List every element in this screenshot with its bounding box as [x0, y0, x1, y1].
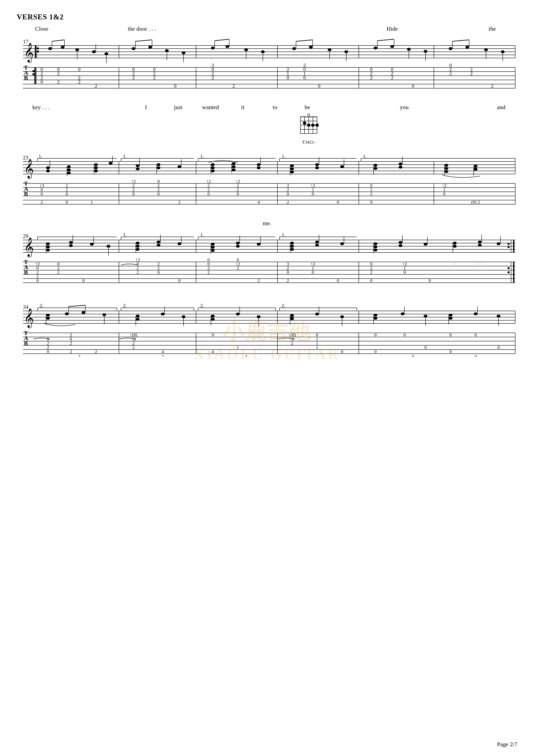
svg-text:·: ·	[479, 261, 480, 266]
svg-point-313	[157, 241, 160, 244]
svg-point-184	[232, 168, 235, 171]
svg-text:1: 1	[91, 200, 93, 205]
svg-text:4: 4	[245, 354, 247, 357]
svg-point-145	[315, 123, 319, 127]
svg-point-337	[374, 245, 377, 248]
music-section-3: me. 𝄞 29	[17, 220, 517, 286]
treble-clef-4: 𝄞	[24, 309, 34, 328]
svg-point-67	[484, 48, 488, 51]
svg-point-7	[37, 47, 39, 49]
svg-text:2: 2	[287, 200, 289, 205]
standard-staff-lines: 𝄞 17	[23, 39, 515, 63]
svg-point-493	[497, 315, 500, 318]
svg-text:0: 0	[370, 200, 373, 205]
svg-point-327	[290, 242, 294, 245]
svg-text:2: 2	[491, 83, 494, 89]
svg-text:2: 2	[291, 340, 293, 346]
svg-point-179	[211, 166, 215, 169]
tab-staff-lines-1: T A B	[23, 62, 515, 89]
svg-point-189	[290, 164, 294, 167]
chord-diagram-svg	[296, 113, 321, 138]
svg-point-296	[508, 243, 510, 245]
svg-point-299	[46, 245, 50, 248]
svg-point-451	[46, 317, 50, 320]
svg-point-162	[67, 172, 71, 175]
lyric-the: the	[467, 25, 517, 32]
music-section-4: 𝄞 34 2. 2	[17, 298, 517, 357]
svg-text:1.: 1.	[281, 153, 285, 159]
svg-text:2.: 2.	[281, 303, 285, 308]
svg-text:0: 0	[132, 191, 135, 196]
svg-point-479	[340, 315, 344, 318]
svg-text:2: 2	[78, 354, 81, 357]
volta-brackets-row2: 1. 1. 1. 1. 1.	[38, 153, 515, 161]
svg-text:0: 0	[497, 345, 500, 350]
svg-point-309	[136, 242, 140, 245]
svg-point-198	[374, 164, 377, 167]
svg-text:4: 4	[212, 349, 214, 354]
svg-point-202	[399, 166, 402, 169]
svg-point-176	[177, 165, 181, 168]
svg-text:2: 2	[41, 200, 43, 205]
svg-text:0: 0	[412, 83, 414, 89]
lyric-just: just	[162, 104, 195, 111]
svg-text:0: 0	[474, 354, 477, 357]
svg-text:2: 2	[57, 270, 60, 275]
svg-point-349	[478, 244, 482, 247]
svg-point-144	[311, 123, 314, 127]
svg-text:1.: 1.	[363, 153, 367, 159]
svg-text:0: 0	[66, 200, 68, 205]
staff-row2: 𝄞 23	[17, 149, 517, 207]
svg-point-160	[67, 165, 71, 168]
svg-text:0: 0	[404, 332, 406, 338]
svg-text:0: 0	[178, 278, 181, 283]
svg-point-208	[474, 165, 477, 168]
svg-text:0: 0	[374, 332, 377, 338]
lyric-wanted: wanted	[195, 104, 227, 111]
svg-point-62	[449, 47, 452, 50]
svg-point-173	[157, 163, 160, 166]
svg-point-463	[161, 312, 165, 315]
svg-point-486	[424, 315, 427, 318]
svg-point-343	[424, 243, 427, 246]
svg-point-307	[107, 245, 110, 248]
svg-text:4: 4	[162, 349, 164, 354]
svg-point-341	[399, 244, 402, 247]
svg-text:0: 0	[37, 278, 39, 283]
svg-point-24	[104, 52, 108, 55]
svg-line-19	[52, 40, 65, 41]
svg-point-297	[508, 246, 510, 248]
lyric-sp6	[324, 104, 388, 111]
svg-text:2.: 2.	[40, 303, 43, 308]
svg-text:2: 2	[287, 278, 289, 283]
svg-text:1: 1	[237, 345, 239, 350]
svg-text:2: 2	[370, 191, 373, 196]
chord-label: T3421-	[100, 139, 517, 145]
treble-clef-3: 𝄞	[24, 237, 34, 257]
svg-point-28	[148, 46, 152, 49]
svg-text:2: 2	[78, 79, 81, 85]
svg-point-168	[109, 162, 113, 165]
svg-line-30	[135, 40, 152, 41]
svg-text:0: 0	[424, 345, 427, 350]
svg-point-204	[444, 164, 448, 167]
svg-point-453	[65, 312, 68, 315]
svg-point-338	[374, 249, 377, 252]
svg-point-44	[292, 47, 296, 50]
svg-point-348	[478, 241, 482, 244]
svg-point-22	[92, 50, 96, 53]
svg-point-206	[444, 170, 448, 173]
svg-line-457	[68, 305, 85, 307]
svg-point-325	[257, 243, 260, 246]
lyric-close: Close	[17, 25, 67, 32]
lyrics-row-1: Close the door . . . Hide the	[17, 25, 517, 32]
svg-text:0: 0	[303, 75, 306, 80]
svg-point-474	[290, 314, 294, 317]
svg-point-314	[157, 244, 160, 247]
svg-text:2: 2	[95, 83, 97, 89]
svg-point-193	[315, 163, 319, 166]
svg-point-205	[444, 167, 448, 170]
svg-point-190	[290, 167, 294, 170]
svg-text:0: 0	[78, 67, 81, 72]
svg-text:2: 2	[95, 349, 97, 354]
